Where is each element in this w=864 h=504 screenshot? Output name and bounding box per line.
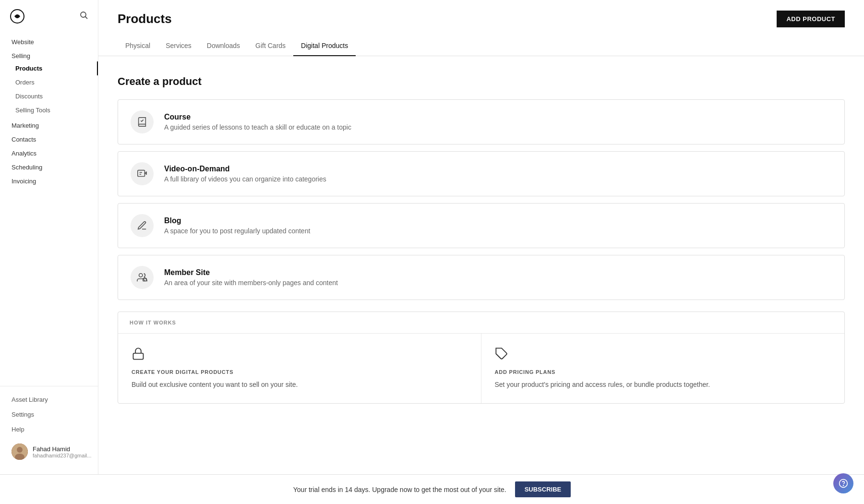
sidebar-item-contacts[interactable]: Contacts [0,131,98,145]
sidebar-item-selling[interactable]: Selling [0,48,98,61]
avatar [12,444,28,460]
trial-message: Your trial ends in 14 days. Upgrade now … [293,486,506,493]
pricing-step-label: ADD PRICING PLANS [495,369,831,375]
product-card-blog[interactable]: Blog A space for you to post regularly u… [118,203,845,248]
page-title: Products [118,12,172,26]
sidebar-item-help[interactable]: Help [10,422,88,437]
blog-name: Blog [164,216,310,225]
svg-point-1 [81,12,86,17]
tab-gift-cards[interactable]: Gift Cards [248,36,293,56]
tab-digital-products[interactable]: Digital Products [293,36,356,56]
main-body: Create a product Course A guided series … [98,56,864,474]
course-card-text: Course A guided series of lessons to tea… [164,113,351,131]
course-name: Course [164,113,351,121]
create-step-label: CREATE YOUR DIGITAL PRODUCTS [132,369,468,375]
svg-rect-11 [133,353,144,360]
video-card-text: Video-on-Demand A full library of videos… [164,165,326,183]
pricing-step-desc: Set your product's pricing and access ru… [495,380,831,390]
course-description: A guided series of lessons to teach a sk… [164,123,351,131]
video-name: Video-on-Demand [164,165,326,173]
svg-point-4 [17,447,23,453]
tab-downloads[interactable]: Downloads [199,36,248,56]
tab-services[interactable]: Services [158,36,199,56]
user-details: Fahad Hamid fahadhamid237@gmail... [33,445,91,458]
create-section-title: Create a product [118,75,845,88]
sidebar-item-marketing[interactable]: Marketing [0,117,98,131]
lock-icon [132,347,468,362]
how-it-works-grid: CREATE YOUR DIGITAL PRODUCTS Build out e… [118,334,844,403]
sidebar-item-orders[interactable]: Orders [0,75,98,89]
blog-card-text: Blog A space for you to post regularly u… [164,216,310,235]
product-card-video[interactable]: Video-on-Demand A full library of videos… [118,151,845,196]
sidebar-item-selling-tools[interactable]: Selling Tools [0,103,98,117]
app-logo[interactable] [10,9,25,24]
how-it-works-section: HOW IT WORKS CREATE YOUR DIGITAL PRODUCT… [118,312,845,404]
page-header: Products ADD PRODUCT [98,0,864,27]
main-nav: Website Selling Products Orders Discount… [0,29,98,386]
blog-icon [131,214,154,237]
search-icon[interactable] [80,11,88,22]
how-it-works-step-create: CREATE YOUR DIGITAL PRODUCTS Build out e… [118,334,481,403]
sidebar-item-products[interactable]: Products [0,61,98,75]
product-tabs: Physical Services Downloads Gift Cards D… [98,36,864,56]
sidebar-item-website[interactable]: Website [0,34,98,48]
video-icon [131,162,154,185]
sidebar-item-invoicing[interactable]: Invoicing [0,173,98,187]
tag-icon [495,347,831,362]
user-email: fahadhamid237@gmail... [33,453,91,458]
svg-line-2 [85,17,88,19]
trial-bar: Your trial ends in 14 days. Upgrade now … [0,474,864,504]
member-icon [131,266,154,289]
add-product-button[interactable]: ADD PRODUCT [777,11,845,27]
svg-point-9 [139,274,143,277]
sidebar-bottom: Asset Library Settings Help Fahad Hamid … [0,386,98,474]
product-card-course[interactable]: Course A guided series of lessons to tea… [118,99,845,144]
sidebar-item-analytics[interactable]: Analytics [0,145,98,159]
svg-rect-10 [143,278,146,281]
course-icon [131,110,154,133]
sidebar-item-discounts[interactable]: Discounts [0,89,98,103]
sidebar-item-asset-library[interactable]: Asset Library [10,392,88,407]
subscribe-button[interactable]: SUBSCRIBE [515,481,571,497]
video-description: A full library of videos you can organiz… [164,175,326,183]
tab-physical[interactable]: Physical [118,36,158,56]
sidebar-item-settings[interactable]: Settings [10,407,88,422]
sidebar-header [0,0,98,29]
create-step-desc: Build out exclusive content you want to … [132,380,468,390]
how-it-works-header: HOW IT WORKS [118,312,844,334]
svg-rect-6 [138,170,145,177]
member-name: Member Site [164,268,338,277]
blog-description: A space for you to post regularly update… [164,227,310,235]
member-description: An area of your site with members-only p… [164,279,338,287]
user-profile[interactable]: Fahad Hamid fahadhamid237@gmail... [10,439,88,465]
help-bubble[interactable] [833,473,853,493]
user-name: Fahad Hamid [33,445,91,453]
sidebar-item-scheduling[interactable]: Scheduling [0,159,98,173]
how-it-works-step-pricing: ADD PRICING PLANS Set your product's pri… [481,334,845,403]
product-card-member-site[interactable]: Member Site An area of your site with me… [118,255,845,300]
member-card-text: Member Site An area of your site with me… [164,268,338,287]
sidebar: Website Selling Products Orders Discount… [0,0,98,474]
main-content: Products ADD PRODUCT Physical Services D… [98,0,864,474]
